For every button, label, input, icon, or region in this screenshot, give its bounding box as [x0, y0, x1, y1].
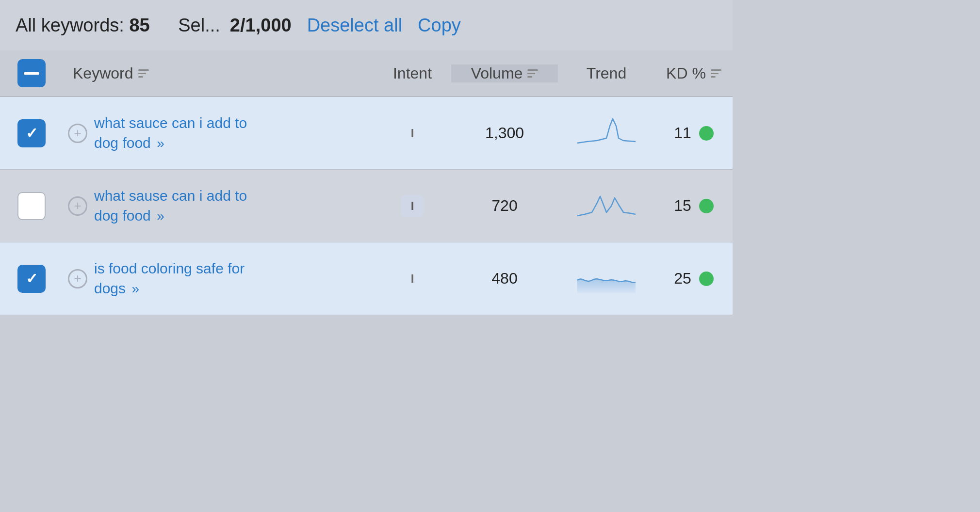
row-1-checkbox[interactable] — [17, 119, 46, 147]
row-3-keyword-cell: + is food coloring safe for dogs » — [63, 249, 374, 308]
row-1-trend-chart — [575, 116, 638, 150]
row-2-checkbox[interactable] — [17, 192, 46, 220]
copy-button[interactable]: Copy — [418, 15, 461, 36]
keywords-table: Keyword Intent Volume Trend KD % — [0, 50, 733, 315]
row-1-arrow-icon: » — [157, 136, 164, 151]
selected-count: 2/1,000 — [230, 15, 292, 36]
selected-label: Sel... — [178, 15, 220, 36]
row-3-checkbox[interactable] — [17, 265, 46, 293]
all-keywords-label: All keywords: 85 — [16, 15, 150, 36]
volume-column-header: Volume — [451, 64, 558, 82]
minus-checkbox[interactable] — [17, 59, 46, 87]
row-1-keyword-text: what sauce can i add to dog food » — [94, 113, 247, 153]
row-2-trend-cell — [558, 185, 655, 227]
row-1-keyword-cell: + what sauce can i add to dog food » — [63, 104, 374, 162]
row-3-intent-cell: I — [374, 268, 451, 290]
volume-sort-icon[interactable] — [527, 69, 538, 78]
keyword-column-header: Keyword — [63, 64, 374, 82]
row-3-intent-badge: I — [401, 268, 424, 290]
row-1-kd-dot — [699, 126, 714, 141]
row-3-kd-cell: 25 — [655, 270, 733, 288]
select-all-checkbox[interactable] — [0, 59, 63, 87]
row-1-kd-cell: 11 — [655, 124, 733, 142]
row-2-checkbox-cell[interactable] — [0, 170, 63, 242]
row-2-trend-chart — [575, 189, 638, 223]
table-row: + is food coloring safe for dogs » I 480 — [0, 242, 733, 315]
deselect-all-button[interactable]: Deselect all — [307, 15, 402, 36]
row-2-keyword-text: what sause can i add to dog food » — [94, 186, 247, 225]
row-1-trend-cell — [558, 112, 655, 154]
kd-column-header: KD % — [655, 64, 733, 82]
table-row: + what sause can i add to dog food » I 7… — [0, 170, 733, 242]
trend-column-header: Trend — [558, 64, 655, 82]
row-2-intent-cell: I — [374, 195, 451, 217]
row-1-checkbox-cell[interactable] — [0, 97, 63, 169]
row-3-checkbox-cell[interactable] — [0, 242, 63, 315]
row-3-trend-cell — [558, 258, 655, 300]
header-divider — [162, 15, 167, 36]
row-3-arrow-icon: » — [131, 281, 139, 296]
row-2-keyword-cell: + what sause can i add to dog food » — [63, 176, 374, 235]
row-3-kd-dot — [699, 272, 714, 286]
row-2-kd-cell: 15 — [655, 197, 733, 215]
column-header-row: Keyword Intent Volume Trend KD % — [0, 50, 733, 97]
row-3-volume-cell: 480 — [451, 270, 558, 288]
row-1-intent-cell: I — [374, 122, 451, 144]
table-row: + what sauce can i add to dog food » I 1… — [0, 97, 733, 170]
row-1-intent-badge: I — [401, 122, 424, 144]
row-2-kd-dot — [699, 199, 714, 213]
row-2-volume-cell: 720 — [451, 197, 558, 215]
row-1-volume-cell: 1,300 — [451, 124, 558, 142]
row-3-trend-chart — [575, 262, 638, 296]
row-1-add-icon[interactable]: + — [68, 124, 87, 143]
row-3-add-icon[interactable]: + — [68, 269, 87, 288]
header-bar: All keywords: 85 Sel... 2/1,000 Deselect… — [0, 0, 733, 50]
row-2-intent-badge: I — [401, 195, 424, 217]
keyword-sort-icon[interactable] — [138, 69, 149, 78]
intent-column-header: Intent — [374, 64, 451, 82]
row-3-keyword-text: is food coloring safe for dogs » — [94, 259, 245, 298]
row-2-add-icon[interactable]: + — [68, 196, 87, 216]
row-2-arrow-icon: » — [157, 208, 164, 224]
kd-sort-icon[interactable] — [711, 69, 721, 78]
